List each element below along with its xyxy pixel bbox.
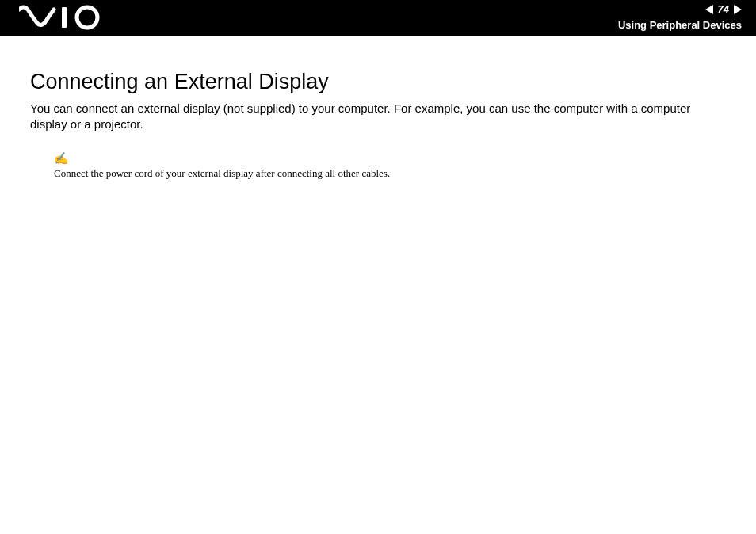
- vaio-logo-icon: [19, 5, 106, 30]
- note-block: ✍ Connect the power cord of your externa…: [54, 152, 726, 181]
- pencil-note-icon: ✍: [54, 152, 726, 164]
- page-header: 74 Using Peripheral Devices: [0, 0, 756, 36]
- svg-point-1: [77, 7, 97, 28]
- page-number: 74: [718, 3, 729, 15]
- section-title-link[interactable]: Using Peripheral Devices: [618, 19, 742, 31]
- note-text: Connect the power cord of your external …: [54, 167, 390, 179]
- vaio-logo: [19, 5, 106, 30]
- next-page-arrow-icon[interactable]: [734, 5, 742, 14]
- prev-page-arrow-icon[interactable]: [705, 5, 713, 14]
- svg-rect-0: [62, 7, 67, 28]
- body-paragraph: You can connect an external display (not…: [30, 101, 726, 133]
- page-navigation: 74: [705, 3, 742, 15]
- page-title: Connecting an External Display: [30, 68, 726, 96]
- page-content: Connecting an External Display You can c…: [0, 36, 756, 180]
